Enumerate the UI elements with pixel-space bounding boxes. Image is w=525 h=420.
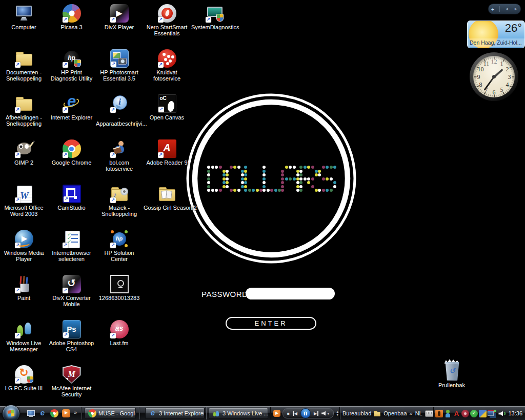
hp-photosmart-icon: ↗ <box>110 49 129 68</box>
pause-button[interactable] <box>300 408 311 418</box>
volume-button[interactable] <box>321 411 329 416</box>
logo-dot <box>326 189 329 192</box>
previous-button[interactable] <box>293 411 297 416</box>
desktop-icon-windows-media-player[interactable]: ↗Windows Media Player <box>1 230 47 262</box>
desktop-icon-word-2003[interactable]: ↗Microsoft Office Word 2003 <box>1 185 47 217</box>
desktop-icon-lg-pc-suite[interactable]: ↗LG PC Suite III <box>1 365 47 391</box>
logo-dot <box>226 185 229 188</box>
password-input[interactable] <box>246 288 335 299</box>
desktop-icon-open-canvas[interactable]: ↗Open Canvas <box>144 94 190 121</box>
desktop-icon-afbeeldingen[interactable]: ↗Afbeeldingen - Snelkoppeling <box>1 94 47 127</box>
internet-explorer-quicklaunch-icon[interactable] <box>38 409 47 417</box>
network-icon[interactable] <box>488 410 496 417</box>
desktop-icon-gossip-girl-season-2[interactable]: Gossip Girl Season 2 <box>144 185 190 211</box>
desktop-icon-systemdiagnostics[interactable]: ↗SystemDiagnostics <box>191 4 238 30</box>
desktop-icon-mcafee-internet-security[interactable]: ↗McAfee Internet Security <box>48 365 95 397</box>
toolbar-spinner[interactable]: ▲▼ <box>336 410 339 416</box>
desktop-icon-hp-solution-center[interactable]: ↗HP Solution Center <box>96 230 143 262</box>
logo-dot <box>226 181 229 184</box>
logo-dot <box>281 170 284 173</box>
quick-launch-bar <box>27 406 70 420</box>
desktop-icon-computer[interactable]: Computer <box>1 4 47 30</box>
taskbar-clock[interactable]: 13:36 <box>508 410 524 416</box>
logo-dot <box>299 185 302 188</box>
shortcut-arrow-icon: ↗ <box>63 288 68 293</box>
logo-dot <box>322 189 325 192</box>
desktop-icon-picasa-3[interactable]: ↗Picasa 3 <box>48 4 95 30</box>
desktop-icon-hp-photosmart[interactable]: ↗HP Photosmart Essential 3.5 <box>96 49 143 82</box>
desktop-icon-prullenbak[interactable]: Prullenbak <box>429 358 475 388</box>
add-gadget-button[interactable]: + <box>491 6 494 12</box>
task-button[interactable]: MUSE - Google Ch... <box>85 408 136 419</box>
taskbar-separator <box>339 407 340 419</box>
gadget-next-button[interactable]: ► <box>514 7 518 11</box>
logo-dot <box>207 170 210 173</box>
wlm-icon: ↗ <box>15 320 33 338</box>
quick-launch-overflow-chevron[interactable]: » <box>74 409 77 415</box>
desktop-icon-hp-print-diagnostic[interactable]: ↗HP Print Diagnostic Utility <box>48 49 95 82</box>
gadget-bar-divider <box>499 6 500 12</box>
user-update-tray-icon[interactable] <box>479 410 487 417</box>
adobe-reader-tray-icon[interactable] <box>453 410 460 417</box>
desktop-icon-label: bol.com fotoservice <box>96 159 143 172</box>
shortcut-arrow-icon: ↗ <box>15 288 21 293</box>
show-desktop-quicklaunch-icon[interactable] <box>27 409 35 417</box>
task-button[interactable]: 3 Windows Live ...▼ <box>209 408 268 419</box>
next-button[interactable] <box>314 411 318 416</box>
desktop-icon-windows-live-messenger[interactable]: ↗Windows Live Messenger <box>1 320 47 352</box>
logo-dot <box>299 166 302 169</box>
logo-dot <box>293 166 296 169</box>
logo-dot <box>252 189 255 192</box>
desktop-icon-adobe-reader-9[interactable]: ↗Adobe Reader 9 <box>144 139 190 166</box>
messenger-contact-tray-icon[interactable] <box>444 410 452 417</box>
windows-media-player-quicklaunch-icon[interactable] <box>62 409 70 417</box>
app-orange-tray-icon[interactable] <box>435 410 443 417</box>
google-chrome-quicklaunch-icon[interactable] <box>50 409 58 417</box>
desktop-icon-image-1268630013283[interactable]: 1268630013283 <box>96 275 143 301</box>
desktop-icon-google-chrome[interactable]: ↗Google Chrome <box>48 139 95 166</box>
volume-icon[interactable] <box>498 410 506 417</box>
desktop-icon-photoshop-cs4[interactable]: ↗Adobe Photoshop CS4 <box>48 320 95 352</box>
shortcut-arrow-icon: ↗ <box>15 152 21 158</box>
desktop-icon-gimp-2[interactable]: ↗GIMP 2 <box>1 139 47 166</box>
start-button[interactable] <box>2 405 20 420</box>
desktop-icon-kruidvat-fotoservice[interactable]: ↗Kruidvat fotoservice <box>144 49 190 82</box>
desktop-icon-paint[interactable]: ↗Paint <box>1 275 47 301</box>
password-label: PASSWORD: <box>201 290 250 298</box>
logo-dot <box>244 173 247 176</box>
toolbar-overflow-chevron[interactable]: » <box>410 410 413 416</box>
desktop-icon-lastfm[interactable]: ↗Last.fm <box>96 320 143 346</box>
desktop-icon-internet-explorer[interactable]: ↗Internet Explorer <box>48 94 95 121</box>
taskbar-separator <box>433 407 434 419</box>
adobe-reader-icon: ↗ <box>158 139 176 158</box>
shortcut-arrow-icon: ↗ <box>110 107 116 113</box>
gadget-prev-button[interactable]: ◄ <box>505 7 509 11</box>
desktop-icon-label: Muziek - Snelkoppeling <box>96 205 143 217</box>
enter-button[interactable]: ENTER <box>226 317 316 330</box>
stop-button[interactable] <box>287 411 290 416</box>
weather-gadget[interactable]: 26° Den Haag, Zuid-Hol... <box>467 21 525 48</box>
desktop-icon-nero-startsmart[interactable]: ↗Nero StartSmart Essentials <box>144 4 190 36</box>
desktop-icon-divx-player[interactable]: ↗DivX Player <box>96 4 143 30</box>
notification-area <box>435 406 495 420</box>
desktop-icon-apparaatbeschrijving[interactable]: ↗- Apparaatbeschrijvi... <box>96 94 143 127</box>
logo-dot <box>281 173 284 176</box>
desktop-icon-bolcom-fotoservice[interactable]: ↗bol.com fotoservice <box>96 139 143 172</box>
clock-gadget[interactable]: 123456789101112 <box>470 52 518 101</box>
task-button[interactable]: 3 Internet Explorer▼ <box>145 408 205 419</box>
shortcut-arrow-icon: ↗ <box>63 243 68 248</box>
logo-dot <box>207 166 210 169</box>
logo-dot <box>237 189 240 192</box>
desktop-icon-muziek[interactable]: ↗Muziek - Snelkoppeling <box>96 185 143 217</box>
language-indicator[interactable]: NL <box>415 410 422 416</box>
logo-dot <box>256 189 259 192</box>
desktop-icon-divx-converter-mobile[interactable]: ↗DivX Converter Mobile <box>48 275 95 307</box>
desktop-icon-documenten[interactable]: ↗Documenten - Snelkoppeling <box>1 49 47 82</box>
weather-location: Den Haag, Zuid-Hol... <box>468 38 524 47</box>
security-badge-tray-icon[interactable] <box>470 410 478 417</box>
desktop-icon-camstudio[interactable]: ↗CamStudio <box>48 185 95 211</box>
folder-icon: ↗ <box>15 49 33 68</box>
desktop-icon-internetbrowser-selecteren[interactable]: ↗Internetbrowser selecteren <box>48 230 95 262</box>
app-red-tray-icon[interactable] <box>461 410 469 417</box>
logo-dot <box>311 166 314 169</box>
